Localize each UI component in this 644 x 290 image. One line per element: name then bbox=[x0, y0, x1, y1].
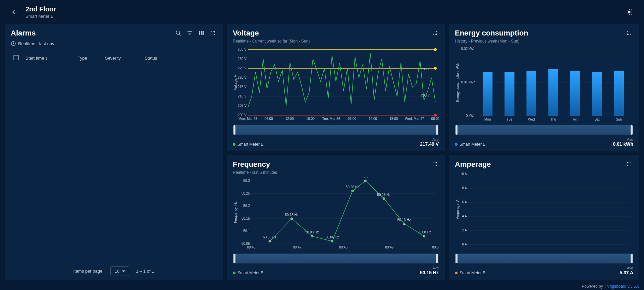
col-start[interactable]: Start time ↓ bbox=[23, 52, 75, 65]
svg-text:18:00: 18:00 bbox=[306, 117, 315, 121]
back-button[interactable] bbox=[8, 5, 21, 19]
alarms-subtitle: Realtime - last day bbox=[11, 41, 217, 46]
voltage-avg-label: Avg bbox=[420, 137, 439, 141]
sun-icon bbox=[626, 8, 633, 16]
energy-brush[interactable] bbox=[455, 125, 633, 135]
svg-text:4 A: 4 A bbox=[462, 214, 467, 218]
svg-text:8 A: 8 A bbox=[462, 186, 467, 190]
svg-text:50.05: 50.05 bbox=[241, 242, 250, 245]
energy-fullscreen[interactable] bbox=[625, 29, 633, 37]
svg-text:215 V: 215 V bbox=[238, 85, 247, 89]
svg-line-8 bbox=[631, 10, 632, 10]
energy-subtitle: History - Previous week (Mon - Sun) bbox=[455, 39, 528, 44]
voltage-avg-value: 217.49 V bbox=[420, 141, 439, 147]
svg-text:06:00: 06:00 bbox=[265, 117, 273, 121]
amperage-brush[interactable] bbox=[455, 253, 633, 264]
svg-point-91 bbox=[311, 235, 313, 237]
fullscreen-icon bbox=[432, 30, 437, 35]
panel-energy: Energy consumption History - Previous we… bbox=[449, 24, 639, 151]
svg-point-101 bbox=[403, 223, 405, 225]
svg-text:Wed: Wed bbox=[528, 118, 535, 121]
frequency-subtitle: Realtime - last 5 minutes bbox=[233, 170, 277, 175]
svg-text:0.01 kWh: 0.01 kWh bbox=[461, 80, 475, 84]
alarms-columns[interactable] bbox=[197, 29, 205, 37]
clock-icon bbox=[11, 41, 16, 46]
svg-text:50.25: 50.25 bbox=[241, 192, 250, 195]
svg-point-65 bbox=[176, 31, 180, 34]
panel-voltage: Voltage Realtime - Current week so far (… bbox=[227, 24, 445, 151]
alarms-search[interactable] bbox=[174, 29, 182, 37]
amperage-title: Amperage bbox=[455, 160, 491, 169]
svg-point-93 bbox=[331, 240, 333, 242]
select-all-checkbox[interactable] bbox=[13, 55, 19, 60]
panel-frequency: Frequency Realtime - last 5 minutes 50.0… bbox=[227, 155, 445, 280]
frequency-chart[interactable]: 50.0550.150.1550.250.2550.3Frequency, Hz… bbox=[233, 177, 439, 251]
svg-text:Mon, Mar 25: Mon, Mar 25 bbox=[238, 117, 258, 121]
svg-text:Fri: Fri bbox=[573, 118, 577, 121]
svg-text:09:48: 09:48 bbox=[339, 245, 347, 249]
svg-point-87 bbox=[269, 240, 271, 242]
svg-text:205 V: 205 V bbox=[238, 104, 247, 107]
svg-text:220 V: 220 V bbox=[238, 76, 247, 79]
svg-text:50.2: 50.2 bbox=[244, 204, 250, 208]
frequency-fullscreen[interactable] bbox=[431, 160, 439, 168]
frequency-legend: Smart Meter B bbox=[233, 271, 263, 275]
svg-text:50.08 Hz: 50.08 Hz bbox=[418, 230, 431, 234]
page-title: 2nd Floor bbox=[25, 5, 623, 13]
svg-text:205 V: 205 V bbox=[421, 93, 430, 97]
svg-text:0.02 kWh: 0.02 kWh bbox=[461, 47, 475, 51]
svg-text:Sun: Sun bbox=[616, 118, 622, 121]
voltage-fullscreen[interactable] bbox=[431, 29, 439, 37]
svg-text:12:00: 12:00 bbox=[285, 117, 294, 121]
voltage-legend: Smart Meter B bbox=[233, 142, 263, 147]
voltage-brush[interactable] bbox=[233, 125, 439, 135]
svg-text:50.3: 50.3 bbox=[244, 179, 250, 183]
columns-icon bbox=[198, 30, 204, 36]
svg-line-5 bbox=[627, 10, 628, 10]
svg-text:Amperage, A: Amperage, A bbox=[456, 200, 460, 219]
amperage-fullscreen[interactable] bbox=[625, 160, 633, 168]
energy-legend: Smart Meter B bbox=[455, 142, 485, 147]
svg-point-27 bbox=[434, 48, 437, 51]
frequency-brush[interactable] bbox=[233, 253, 439, 264]
fullscreen-icon bbox=[210, 30, 215, 36]
svg-rect-61 bbox=[592, 72, 602, 116]
panel-alarms: Alarms Realtime - last day Start time ↓ … bbox=[5, 24, 223, 280]
amperage-avg-label: Avg bbox=[620, 266, 633, 270]
svg-text:50.3 Hz: 50.3 Hz bbox=[360, 177, 371, 179]
svg-rect-53 bbox=[504, 72, 514, 116]
svg-text:Tue, Mar 26: Tue, Mar 26 bbox=[322, 117, 340, 121]
page-subtitle: Smart Meter B bbox=[25, 14, 623, 19]
product-link[interactable]: Thingsboard v.3.6.3 bbox=[604, 284, 639, 289]
energy-avg-value: 0.01 kWh bbox=[613, 141, 633, 147]
svg-text:50.06 Hz: 50.06 Hz bbox=[263, 235, 276, 239]
voltage-title: Voltage bbox=[233, 29, 310, 38]
amperage-chart[interactable]: 0 A2 A4 A6 A8 A10 AAmperage, A bbox=[455, 171, 633, 251]
svg-rect-51 bbox=[483, 72, 492, 116]
energy-chart[interactable]: 0 kWh0.01 kWh0.02 kWhEnergy consumption,… bbox=[455, 46, 633, 123]
svg-text:0 kWh: 0 kWh bbox=[466, 114, 475, 118]
energy-title: Energy consumption bbox=[455, 29, 528, 38]
svg-rect-71 bbox=[201, 31, 202, 35]
svg-text:50.1: 50.1 bbox=[244, 229, 250, 233]
energy-avg-label: Avg bbox=[613, 137, 633, 141]
col-status[interactable]: Status bbox=[143, 52, 175, 65]
theme-toggle[interactable] bbox=[623, 5, 636, 19]
alarms-fullscreen[interactable] bbox=[209, 29, 217, 37]
col-severity[interactable]: Severity bbox=[103, 52, 142, 65]
page-size-select[interactable]: 10 bbox=[110, 266, 129, 276]
svg-text:50.08 Hz: 50.08 Hz bbox=[305, 230, 319, 234]
svg-text:230 V: 230 V bbox=[238, 57, 247, 61]
arrow-left-icon bbox=[11, 8, 18, 16]
svg-rect-55 bbox=[527, 71, 536, 116]
alarms-title: Alarms bbox=[11, 29, 36, 38]
svg-text:Sat: Sat bbox=[595, 118, 600, 121]
svg-rect-63 bbox=[614, 71, 624, 116]
voltage-chart[interactable]: 200 V205 V210 V215 V220 V225 V230 V235 V… bbox=[233, 46, 439, 123]
svg-text:200 V: 200 V bbox=[421, 67, 430, 71]
arrow-down-icon: ↓ bbox=[45, 56, 48, 61]
svg-text:10 A: 10 A bbox=[460, 172, 467, 176]
col-type[interactable]: Type bbox=[76, 52, 102, 65]
fullscreen-icon bbox=[627, 30, 632, 35]
alarms-filter[interactable] bbox=[186, 29, 194, 37]
